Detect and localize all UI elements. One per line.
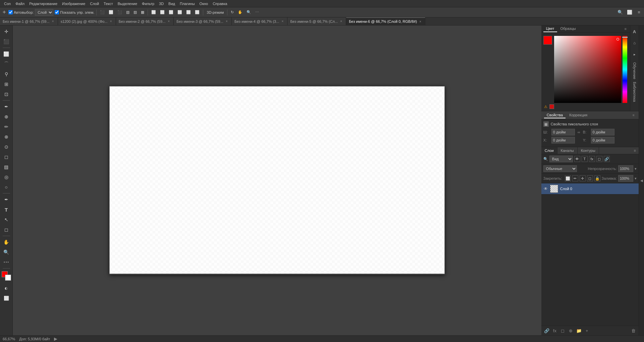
layer-select[interactable]: Слой	[35, 9, 53, 16]
move-tool-btn[interactable]: ✛	[2, 27, 11, 36]
tab-5[interactable]: Без имени-4 @ 66,7% (3... ×	[232, 17, 288, 25]
menu-item-plugins[interactable]: Плагины	[178, 1, 197, 6]
path-select-btn[interactable]: ↖	[2, 215, 11, 224]
search-icon-btn[interactable]: 🔍	[616, 9, 624, 16]
screen-mode-btn[interactable]: ⬜	[2, 293, 11, 303]
lock-artboard-btn[interactable]: ◻	[587, 175, 593, 181]
brush-panel-btn[interactable]: ⌂	[630, 38, 639, 48]
tab-4-close[interactable]: ×	[225, 19, 229, 23]
opacity-input[interactable]	[618, 165, 633, 172]
clone-btn[interactable]: ⊗	[2, 132, 11, 141]
pan-3d-btn[interactable]: ✋	[236, 9, 244, 15]
document-canvas[interactable]	[109, 86, 445, 274]
blur-btn[interactable]: ◎	[2, 172, 11, 182]
filter-visible-btn[interactable]: 👁	[574, 156, 580, 162]
menu-item-help[interactable]: Справка	[211, 1, 229, 6]
text-tool-btn[interactable]: T	[2, 205, 11, 214]
b-input[interactable]	[591, 129, 614, 135]
tab-4[interactable]: Без имени-3 @ 66,7% (59... ×	[174, 17, 232, 25]
expand-icon-btn[interactable]: ⬜	[626, 9, 633, 16]
new-layer-btn[interactable]: +	[584, 327, 590, 334]
lock-all-btn[interactable]: 🔒	[594, 175, 600, 181]
align-right-btn[interactable]: ▩	[140, 9, 146, 15]
shape-btn[interactable]: ◻	[2, 225, 11, 234]
active-color-swatch[interactable]	[543, 36, 552, 45]
blend-mode-select[interactable]: Обычные	[543, 165, 577, 172]
color-panel-menu[interactable]: ≡	[623, 25, 628, 32]
align-vcenter-btn[interactable]: ⬜	[107, 9, 115, 15]
crop-tool-btn[interactable]: ⊞	[2, 79, 11, 89]
menu-item-filter[interactable]: Фильтр	[140, 1, 156, 6]
layer-visibility-icon[interactable]: 👁	[543, 186, 548, 191]
eyedropper-btn[interactable]: ✒	[2, 102, 11, 111]
distribute-bottom-btn[interactable]: ⬜	[194, 9, 201, 15]
rotate-3d-btn[interactable]: ↻	[229, 9, 235, 15]
artboard-tool-btn[interactable]: ⬛	[2, 37, 11, 46]
align-hcenter-btn[interactable]: ▨	[132, 9, 138, 15]
tab-2-close[interactable]: ×	[109, 19, 113, 23]
panel-collapse-btn[interactable]: ◀	[639, 25, 644, 335]
extra-tools-btn[interactable]: • • •	[2, 258, 11, 267]
properties-menu-btn[interactable]: ≡	[631, 113, 636, 118]
distribute-vcenter-btn[interactable]: ⬜	[185, 9, 192, 15]
tab-6[interactable]: Без имени-5 @ 66,7% (Сл... ×	[287, 17, 346, 25]
color-hue-strip[interactable]	[623, 36, 627, 103]
menu-item-view[interactable]: Вид	[166, 1, 177, 6]
tab-3[interactable]: Без имени-2 @ 66,7% (59... ×	[116, 17, 174, 25]
channels-tab[interactable]: Каналы	[557, 147, 578, 154]
zoom-3d-btn[interactable]: 🔍	[245, 9, 253, 15]
layers-tab[interactable]: Слои	[541, 147, 557, 154]
menu-item-image[interactable]: Изображение	[60, 1, 87, 6]
quick-select-btn[interactable]: ⚲	[2, 69, 11, 79]
y-input[interactable]	[591, 137, 614, 144]
new-group-btn[interactable]: 📁	[576, 327, 582, 334]
add-style-btn[interactable]: fx	[551, 327, 558, 334]
paths-tab[interactable]: Контуры	[578, 147, 599, 154]
w-input[interactable]	[551, 129, 575, 135]
more-icon-btn[interactable]: ≡	[635, 9, 643, 16]
properties-tab[interactable]: Свойства	[544, 112, 566, 118]
layer-item-0[interactable]: 👁 Слой 0	[541, 183, 639, 194]
opacity-dropdown-btn[interactable]: ▾	[635, 167, 637, 171]
gradient-btn[interactable]: ▨	[2, 162, 11, 172]
marquee-tool-btn[interactable]: ⬜	[2, 49, 11, 59]
layer-filter-dropdown[interactable]: Вид	[549, 156, 573, 162]
more-tools-btn[interactable]: ⋯	[254, 9, 260, 15]
3d-mode-btn[interactable]: 3D-режим	[205, 10, 225, 15]
sidebar-toggle-btn[interactable]: ▸	[630, 50, 639, 59]
align-bottom-btn[interactable]: ⬛	[116, 9, 123, 15]
menu-item-file[interactable]: Файл	[13, 1, 26, 6]
add-mask-btn[interactable]: ◻	[559, 327, 566, 334]
tab-2[interactable]: s1200 (2).jpg @ 400% (Фо... ×	[58, 17, 116, 25]
lock-transparent-btn[interactable]: ⬜	[565, 175, 571, 181]
color-tab[interactable]: Цвет	[543, 25, 557, 32]
delete-layer-btn[interactable]: 🗑	[630, 327, 637, 334]
dodge-btn[interactable]: ○	[2, 182, 11, 192]
lasso-tool-btn[interactable]: ⌒	[2, 59, 11, 69]
filter-mask-btn[interactable]: ◻	[596, 156, 602, 162]
menu-item-layer[interactable]: Слой	[88, 1, 101, 6]
distribute-left-btn[interactable]: ⬜	[150, 9, 157, 15]
tab-7[interactable]: Без имени-6 @ 66,7% (Слой 0, RGB/8#) ×	[346, 17, 425, 25]
zoom-tool-btn[interactable]: 🔍	[2, 247, 11, 257]
tab-1-close[interactable]: ×	[51, 19, 55, 23]
filter-smart-btn[interactable]: 🔗	[604, 156, 610, 162]
perspective-btn[interactable]: ⊡	[2, 90, 11, 99]
distribute-top-btn[interactable]: ⬜	[176, 9, 183, 15]
color-swatches[interactable]	[2, 271, 11, 281]
menu-item-text[interactable]: Текст	[102, 1, 115, 6]
distribute-right-btn[interactable]: ⬜	[167, 9, 175, 15]
pen-tool-btn[interactable]: ✒	[2, 195, 11, 204]
eraser-btn[interactable]: ◻	[2, 152, 11, 162]
fill-input[interactable]	[618, 175, 633, 182]
layers-panel-menu-icon[interactable]: ≡	[631, 147, 639, 154]
auto-select-checkbox[interactable]	[8, 10, 13, 14]
menu-item-3d[interactable]: 3D	[157, 1, 166, 6]
heal-btn[interactable]: ⊕	[2, 112, 11, 121]
align-left-btn[interactable]: ▧	[125, 9, 131, 15]
color-gradient-box[interactable]	[554, 36, 621, 103]
correction-tab[interactable]: Коррекция	[567, 112, 590, 118]
menu-item-window[interactable]: Окно	[198, 1, 210, 6]
tab-3-close[interactable]: ×	[167, 19, 171, 23]
tab-1[interactable]: Без имени-1 @ 66,7% (59... ×	[0, 17, 58, 25]
